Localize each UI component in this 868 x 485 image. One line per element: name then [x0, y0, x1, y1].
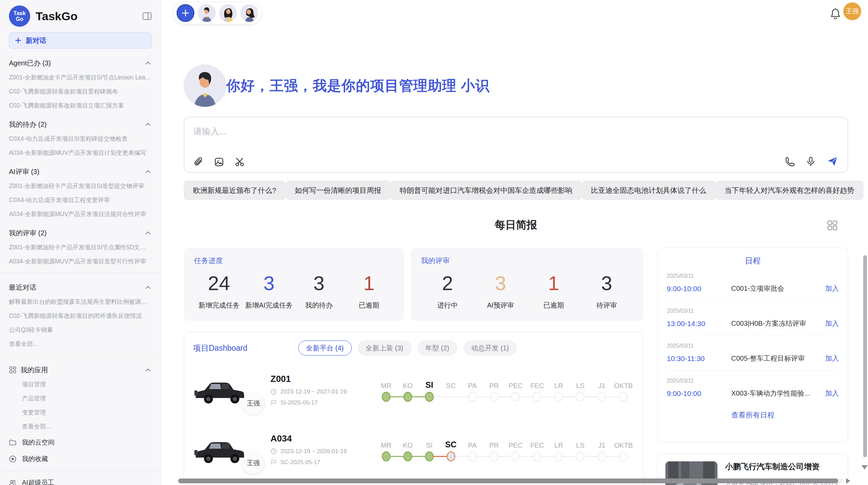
sidebar-item[interactable]: C0X4-动力总成开发项目工程变更评审: [9, 196, 152, 204]
event-join-link[interactable]: 加入: [825, 319, 839, 328]
stat-label: 已逾期: [527, 301, 580, 310]
suggestion-chip[interactable]: 比亚迪全固态电池计划具体说了什么: [582, 181, 715, 200]
suggestion-chip[interactable]: 特朗普可能对进口汽车增税会对中国车企造成哪些影响: [390, 181, 582, 200]
sidebar-item[interactable]: 解释最新出台的欧盟报废车法规再生塑料比例被调至15%...: [9, 297, 152, 306]
sidebar-section-header[interactable]: 我的评审 (2): [9, 228, 152, 238]
sidebar-section-title: 我的待办 (2): [9, 120, 47, 129]
horizontal-scrollbar-thumb[interactable]: [178, 478, 838, 483]
project-code[interactable]: A034: [270, 433, 373, 444]
sidebar-item[interactable]: A034-全新新能源MUV产品开发项目法规符合性评审: [9, 210, 152, 219]
agent-avatar-1[interactable]: [198, 4, 216, 22]
suggestion-chip[interactable]: 欧洲新规最近颁布了什么?: [184, 181, 286, 200]
chevron-up-icon[interactable]: [144, 168, 152, 175]
sidebar-item[interactable]: C02-飞腾新能源轻客改款项目的闭环通告反馈情况: [9, 311, 152, 320]
milestone-label: PEC: [508, 378, 522, 390]
chat-input-card[interactable]: 请输入...: [184, 117, 848, 173]
milestone-dot: [576, 392, 584, 402]
project-meta: SC-2025-05-17: [270, 459, 373, 466]
sidebar-section-title: 最近对话: [9, 283, 36, 292]
screenshot-scissors-icon[interactable]: [234, 157, 245, 167]
sidebar-item[interactable]: A034-全新新能源MUV产品开发项目造型可行性评审: [9, 257, 152, 266]
suggestion-chip[interactable]: 当下年轻人对汽车外观有怎样的喜好趋势: [715, 181, 864, 200]
event-join-link[interactable]: 加入: [825, 354, 839, 363]
sidebar-item[interactable]: C02-飞腾新能源轻客改款项目立项汇报方案: [9, 101, 152, 110]
sidebar-section-header[interactable]: 最近对话: [9, 283, 152, 292]
sidebar-item[interactable]: Z001-全新燃油轻卡产品开发项目SI节点属性5D文件评审: [9, 243, 152, 252]
chevron-up-icon[interactable]: [144, 229, 152, 237]
schedule-title: 日程: [667, 256, 839, 266]
microphone-icon[interactable]: [806, 156, 816, 166]
add-session-button[interactable]: [177, 4, 194, 22]
briefing-stats-row: 任务进度24新增完成任务3新增AI完成任务3我的待办1已逾期我的评审2进行中3A…: [184, 248, 643, 321]
milestone-dot: [554, 451, 563, 461]
sidebar-item[interactable]: 变更管理: [9, 408, 152, 417]
new-chat-button[interactable]: 新对话: [9, 32, 152, 49]
notification-bell-icon[interactable]: [830, 8, 841, 20]
scroll-down-arrow[interactable]: [861, 465, 868, 470]
sidebar-item[interactable]: Z001-全新燃油皮卡产品开发项目SI节点Lesson Learn报告: [9, 73, 152, 82]
sidebar-section-header[interactable]: 我的应用: [9, 365, 152, 375]
agent-avatar-2[interactable]: [219, 4, 237, 22]
project-car-image: 王强: [193, 433, 259, 466]
project-meta-text: SC-2025-05-17: [280, 459, 320, 466]
stat-label: 新增完成任务: [194, 301, 244, 310]
event-join-link[interactable]: 加入: [825, 284, 839, 293]
milestone-label: J1: [598, 378, 605, 390]
sidebar-section-header[interactable]: Agent已办 (3): [9, 58, 152, 68]
milestone-label: LR: [554, 438, 563, 449]
project-meta-text: 2023-12-19 ~ 2027-01-19: [280, 388, 347, 395]
news-title: 小鹏飞行汽车制造公司增资: [725, 461, 840, 472]
attachment-icon[interactable]: [193, 157, 204, 167]
dashboard-tab[interactable]: 年型 (2): [418, 340, 457, 356]
chevron-up-icon[interactable]: [144, 59, 152, 67]
milestone: KO: [397, 378, 419, 402]
dashboard-tab[interactable]: 全新平台 (4): [298, 340, 352, 356]
dashboard-tab[interactable]: 动总开发 (1): [463, 340, 517, 356]
daily-briefing-title: 每日简报: [184, 218, 848, 232]
agent-avatar-3[interactable]: [240, 4, 258, 22]
send-icon[interactable]: [827, 156, 839, 167]
sidebar-item[interactable]: 项目管理: [9, 380, 152, 389]
sidebar-section-header[interactable]: AI评审 (3): [9, 167, 152, 176]
event-join-link[interactable]: 加入: [825, 389, 839, 398]
sidebar-item[interactable]: 查看全部...: [9, 422, 152, 431]
schedule-event: 2025/03/1110:30-11:30C005-整车工程目标评审加入: [667, 336, 839, 371]
scroll-right-arrow[interactable]: [846, 478, 850, 484]
favorites-star-icon: [9, 455, 16, 463]
sidebar-item[interactable]: A034-全新新能源MUV产品开发项目计划变更表编写: [9, 148, 152, 157]
sidebar-item[interactable]: 公司Q3轻卡销量: [9, 325, 152, 334]
dashboard-tab[interactable]: 全新上装 (3): [358, 340, 411, 356]
sidebar-item[interactable]: Z001-全新燃油轻卡产品开发项目SI造型提交物评审: [9, 182, 152, 190]
sidebar-item-favorites[interactable]: 我的收藏: [9, 454, 152, 464]
sidebar-section-header[interactable]: 我的待办 (2): [9, 120, 152, 129]
chevron-up-icon[interactable]: [144, 121, 152, 128]
user-avatar[interactable]: 王强: [843, 2, 861, 20]
chevron-up-icon[interactable]: [144, 366, 152, 374]
milestone-dot: [468, 451, 477, 461]
flag-icon: [270, 459, 277, 465]
milestone-dot: [533, 451, 541, 461]
event-title: C003|H0B-方案冻结评审: [731, 319, 821, 328]
milestone-dot: [447, 451, 455, 461]
sidebar-item[interactable]: C02-飞腾新能源轻客改款项目里程碑画布: [9, 87, 152, 96]
sidebar-item-ai-staff[interactable]: AI超级员工: [9, 478, 152, 485]
suggestion-chip[interactable]: 如何写一份清晰的项目周报: [286, 181, 390, 200]
sidebar-item[interactable]: 产品管理: [9, 394, 152, 403]
project-code[interactable]: Z001: [270, 374, 373, 384]
sidebar-item-cloud-space[interactable]: 我的云空间: [9, 438, 152, 447]
sidebar-section-title: 我的评审 (2): [9, 228, 47, 238]
view-all-schedule-link[interactable]: 查看所有日程: [667, 410, 839, 420]
image-upload-icon[interactable]: [214, 157, 224, 167]
layout-grid-icon[interactable]: [827, 220, 838, 231]
event-row: 10:30-11:30C005-整车工程目标评审加入: [667, 354, 839, 363]
greeting-block: 你好，王强，我是你的项目管理助理 小识: [184, 64, 490, 107]
milestone: LR: [548, 438, 569, 461]
vertical-scrollbar-thumb[interactable]: [863, 255, 867, 457]
voice-call-icon[interactable]: [784, 156, 795, 166]
sidebar-item[interactable]: C0X4-动力总成开发项目SI里程碑提交物检查: [9, 134, 152, 143]
plus-icon: [15, 37, 22, 44]
chevron-up-icon[interactable]: [144, 284, 152, 291]
stat-label: 已逾期: [344, 301, 394, 310]
sidebar-item[interactable]: 查看全部...: [9, 339, 152, 348]
sidebar-collapse-icon[interactable]: [142, 12, 152, 21]
